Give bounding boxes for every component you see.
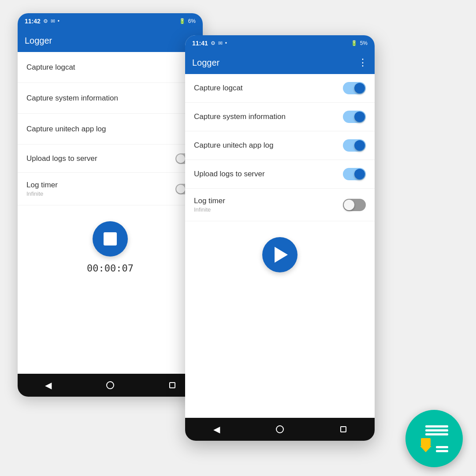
front-dot-icon: • (225, 40, 227, 46)
back-item-capture-sysinfo[interactable]: Capture system information ✓ (18, 83, 203, 114)
fab-line-5 (436, 450, 448, 452)
back-label-capture-sysinfo: Capture system information (26, 94, 118, 103)
back-battery-icon: 🔋 (179, 18, 186, 24)
back-settings-list: Capture logcat ✓ Capture system informat… (18, 52, 203, 397)
front-nav-home-button[interactable] (276, 425, 284, 433)
fab-line-2 (425, 429, 448, 431)
back-toggle-knob-timer (176, 185, 185, 193)
front-play-icon (275, 247, 288, 263)
front-status-right: 🔋 5% (351, 40, 368, 46)
back-app-bar: Logger (18, 29, 203, 52)
back-nav-home-icon (106, 381, 114, 389)
back-label-capture-unitech: Capture unitech app log (26, 125, 106, 134)
fab-arrow-down (420, 446, 431, 452)
back-action-area: 00:00:07 (18, 205, 203, 283)
front-more-menu-button[interactable]: ⋮ (358, 57, 368, 68)
fab-button[interactable] (405, 410, 463, 467)
back-item-upload-logs[interactable]: Upload logs to server (18, 145, 203, 173)
front-toggle-knob-unitech (354, 140, 365, 151)
back-label-upload-logs: Upload logs to server (26, 154, 97, 163)
front-toggle-capture-logcat[interactable] (343, 82, 366, 94)
front-status-left: 11:41 ⚙ ✉ • (192, 40, 227, 47)
front-play-button[interactable] (262, 237, 298, 272)
back-app-title: Logger (25, 36, 52, 46)
front-label-capture-unitech: Capture unitech app log (194, 141, 274, 150)
back-label-capture-logcat: Capture logcat (26, 63, 75, 72)
back-item-capture-logcat[interactable]: Capture logcat ✓ (18, 52, 203, 83)
back-nav-recent-button[interactable] (169, 382, 175, 388)
front-nav-bar: ◀ (185, 418, 375, 441)
back-toggle-knob-upload (176, 154, 185, 163)
front-battery-text: 5% (360, 40, 368, 46)
front-toggle-knob-timer (344, 200, 354, 210)
fab-inner (416, 421, 453, 457)
back-label-log-timer: Log timer (26, 181, 58, 190)
front-nav-recent-icon (340, 426, 346, 432)
front-mail-icon: ✉ (218, 40, 223, 46)
back-item-log-timer[interactable]: Log timer Infinite (18, 173, 203, 205)
front-toggle-upload-logs[interactable] (343, 168, 366, 180)
front-log-timer-label-group: Log timer Infinite (194, 197, 225, 213)
back-status-bar: 11:42 ⚙ ✉ • 🔋 6% (18, 13, 203, 29)
back-time: 11:42 (25, 18, 41, 25)
front-toggle-knob-logcat (354, 83, 365, 93)
fab-line-3 (425, 433, 448, 435)
front-toggle-knob-sysinfo (354, 112, 365, 122)
front-label-capture-logcat: Capture logcat (194, 84, 243, 93)
back-mail-icon: ✉ (51, 18, 55, 24)
fab-line-4 (436, 446, 448, 448)
front-nav-recent-button[interactable] (340, 426, 346, 432)
fab-download-box (421, 438, 431, 446)
fab-lines-right (436, 446, 448, 452)
front-status-bar: 11:41 ⚙ ✉ • 🔋 5% (185, 35, 375, 51)
front-toggle-knob-upload (354, 169, 365, 179)
back-sublabel-log-timer: Infinite (26, 190, 58, 197)
front-toggle-capture-unitech[interactable] (343, 139, 366, 152)
front-phone: 11:41 ⚙ ✉ • 🔋 5% Logger ⋮ Capture logcat (185, 35, 375, 441)
back-dot-icon: • (58, 18, 60, 24)
front-nav-home-icon (276, 425, 284, 433)
back-nav-recent-icon (169, 382, 175, 388)
back-phone: 11:42 ⚙ ✉ • 🔋 6% Logger Capture logcat ✓ (18, 13, 203, 397)
front-sublabel-log-timer: Infinite (194, 206, 225, 213)
front-toggle-capture-sysinfo[interactable] (343, 111, 366, 123)
fab-lines-icon (420, 425, 448, 452)
front-settings-list: Capture logcat Capture system informatio… (185, 74, 375, 441)
back-log-timer-label-group: Log timer Infinite (26, 181, 58, 197)
front-item-capture-logcat[interactable]: Capture logcat (185, 74, 375, 103)
fab-line-1 (425, 425, 448, 428)
front-nav-back-button[interactable]: ◀ (213, 424, 220, 435)
back-status-left: 11:42 ⚙ ✉ • (25, 18, 60, 25)
front-label-capture-sysinfo: Capture system information (194, 112, 286, 121)
front-toggle-log-timer[interactable] (343, 199, 366, 211)
back-nav-bar: ◀ (18, 374, 203, 397)
front-app-title: Logger (192, 58, 219, 68)
back-stop-icon (104, 232, 117, 245)
front-label-log-timer: Log timer (194, 197, 225, 205)
front-app-bar: Logger ⋮ (185, 51, 375, 74)
front-item-upload-logs[interactable]: Upload logs to server (185, 160, 375, 189)
back-battery-text: 6% (188, 18, 196, 24)
front-battery-icon: 🔋 (351, 40, 357, 46)
front-gear-icon: ⚙ (211, 40, 216, 46)
back-item-capture-unitech[interactable]: Capture unitech app log ✓ (18, 114, 203, 145)
front-action-area (185, 221, 375, 281)
front-item-log-timer[interactable]: Log timer Infinite (185, 189, 375, 221)
back-nav-home-button[interactable] (106, 381, 114, 389)
front-label-upload-logs: Upload logs to server (194, 170, 265, 178)
back-timer-display: 00:00:07 (87, 263, 134, 274)
back-status-right: 🔋 6% (179, 18, 196, 24)
back-nav-back-button[interactable]: ◀ (45, 380, 52, 390)
front-item-capture-unitech[interactable]: Capture unitech app log (185, 131, 375, 160)
back-gear-icon: ⚙ (43, 18, 48, 24)
front-time: 11:41 (192, 40, 208, 47)
front-item-capture-sysinfo[interactable]: Capture system information (185, 103, 375, 131)
back-stop-button[interactable] (93, 221, 128, 257)
